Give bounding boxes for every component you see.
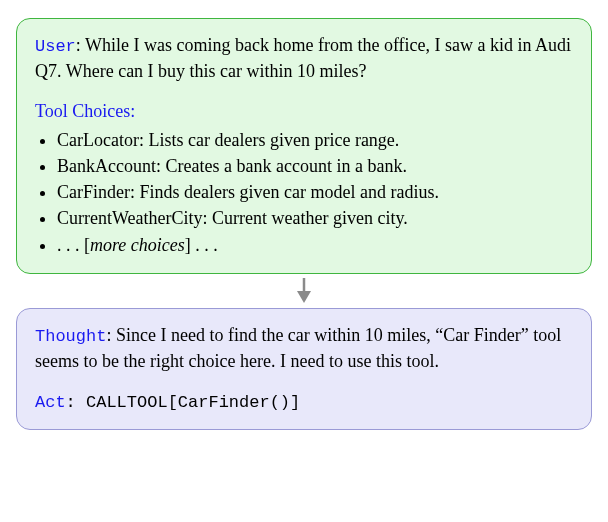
svg-marker-1	[297, 291, 311, 303]
user-panel: User: While I was coming back home from …	[16, 18, 592, 274]
tool-desc: : Finds dealers given car model and radi…	[130, 182, 439, 202]
act-label: Act	[35, 393, 66, 412]
arrow-connector	[16, 278, 592, 304]
tool-desc: : Lists car dealers given price range.	[139, 130, 399, 150]
list-item: CarLocator: Lists car dealers given pric…	[57, 128, 573, 152]
tool-choices-list: CarLocator: Lists car dealers given pric…	[35, 128, 573, 257]
list-item: . . . [more choices] . . .	[57, 233, 573, 257]
user-query-block: User: While I was coming back home from …	[35, 33, 573, 83]
tool-name: BankAccount	[57, 156, 156, 176]
thought-panel: Thought: Since I need to find the car wi…	[16, 308, 592, 430]
tool-desc: : Creates a bank account in a bank.	[156, 156, 407, 176]
act-block: Act: CALLTOOL[CarFinder()]	[35, 389, 573, 415]
arrow-down-icon	[293, 278, 315, 304]
act-text: : CALLTOOL[CarFinder()]	[66, 393, 301, 412]
tool-name: CurrentWeatherCity	[57, 208, 203, 228]
list-item: BankAccount: Creates a bank account in a…	[57, 154, 573, 178]
thought-label: Thought	[35, 327, 106, 346]
list-item: CurrentWeatherCity: Current weather give…	[57, 206, 573, 230]
thought-text: : Since I need to find the car within 10…	[35, 325, 561, 371]
user-query-text: : While I was coming back home from the …	[35, 35, 571, 81]
more-italic: more choices	[90, 235, 185, 255]
tool-name: CarFinder	[57, 182, 130, 202]
tool-name: CarLocator	[57, 130, 139, 150]
more-suffix: ] . . .	[185, 235, 218, 255]
thought-block: Thought: Since I need to find the car wi…	[35, 323, 573, 373]
user-label: User	[35, 37, 76, 56]
tool-choices-label: Tool Choices:	[35, 99, 573, 123]
list-item: CarFinder: Finds dealers given car model…	[57, 180, 573, 204]
tool-desc: : Current weather given city.	[203, 208, 408, 228]
more-prefix: . . . [	[57, 235, 90, 255]
